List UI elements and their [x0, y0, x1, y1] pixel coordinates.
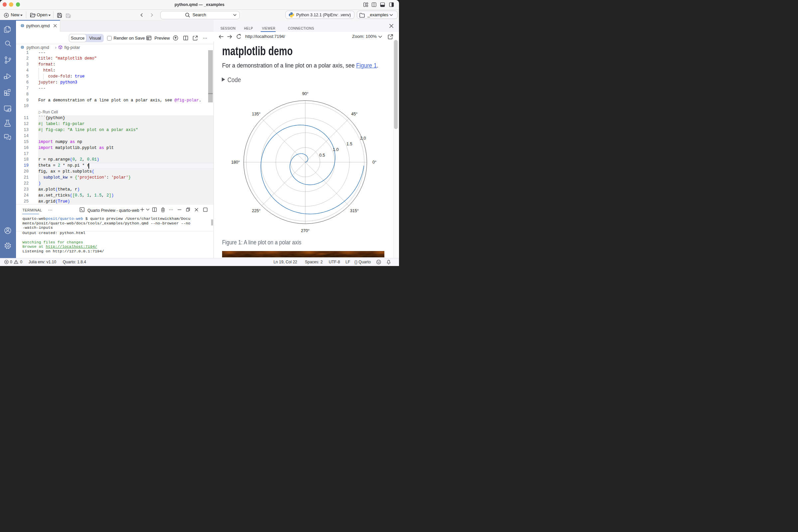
svg-text:⋯: ⋯ — [169, 207, 174, 212]
svg-text:⋯: ⋯ — [203, 36, 208, 41]
